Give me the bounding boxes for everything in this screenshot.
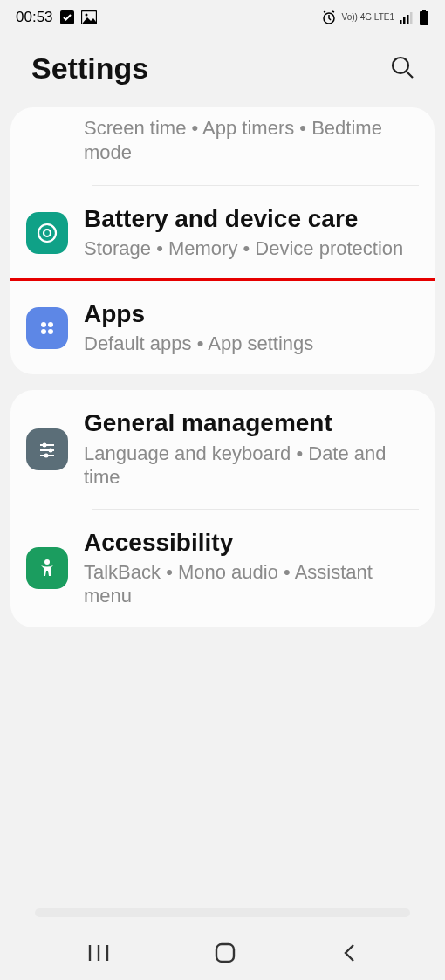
svg-point-10 <box>393 58 408 73</box>
navigation-bar <box>0 928 445 980</box>
row-subtitle: Screen time • App timers • Bedtime mode <box>84 116 419 164</box>
search-icon <box>389 70 415 83</box>
recents-button[interactable] <box>79 935 119 974</box>
device-care-icon <box>26 212 68 254</box>
network-type: Vo)) 4G LTE1 <box>342 13 394 22</box>
highlight-box: Apps Default apps • App settings <box>10 278 435 375</box>
settings-row-battery[interactable]: Battery and device care Storage • Memory… <box>10 186 435 280</box>
svg-rect-5 <box>403 17 406 24</box>
settings-row-apps[interactable]: Apps Default apps • App settings <box>10 281 435 375</box>
svg-rect-9 <box>420 11 428 25</box>
back-button[interactable] <box>332 933 366 976</box>
svg-rect-7 <box>410 12 413 24</box>
row-subtitle: Storage • Memory • Device protection <box>84 236 419 261</box>
svg-rect-4 <box>400 20 402 24</box>
svg-point-17 <box>48 329 53 334</box>
home-button[interactable] <box>205 933 245 976</box>
settings-row-accessibility[interactable]: Accessibility TalkBack • Mono audio • As… <box>10 510 435 627</box>
svg-point-2 <box>85 14 87 17</box>
page-title: Settings <box>31 51 148 86</box>
search-button[interactable] <box>386 51 419 86</box>
settings-header: Settings <box>0 35 445 107</box>
row-title: Battery and device care <box>84 205 419 233</box>
recents-icon <box>87 952 110 965</box>
accessibility-icon <box>26 547 68 589</box>
alarm-icon <box>321 10 337 25</box>
svg-point-21 <box>49 448 53 452</box>
scroll-indicator <box>35 908 410 917</box>
svg-rect-28 <box>216 944 234 962</box>
signal-icon <box>400 11 414 24</box>
svg-point-13 <box>44 230 51 236</box>
svg-rect-8 <box>422 10 426 11</box>
status-time: 00:53 <box>16 9 53 26</box>
settings-card: Screen time • App timers • Bedtime mode … <box>10 107 435 374</box>
row-subtitle: TalkBack • Mono audio • Assistant menu <box>84 560 419 608</box>
image-icon <box>81 10 97 24</box>
home-icon <box>214 954 236 967</box>
svg-rect-6 <box>407 15 409 24</box>
back-icon <box>340 954 358 967</box>
row-title: General management <box>84 409 419 437</box>
svg-line-11 <box>407 72 413 78</box>
settings-row-digital-wellbeing[interactable]: Screen time • App timers • Bedtime mode <box>10 107 435 185</box>
battery-icon <box>419 10 429 25</box>
row-subtitle: Default apps • App settings <box>84 332 419 356</box>
svg-point-23 <box>44 453 49 457</box>
svg-point-19 <box>43 442 47 447</box>
row-subtitle: Language and keyboard • Date and time <box>84 442 419 490</box>
settings-card: General management Language and keyboard… <box>10 390 435 627</box>
status-bar: 00:53 Vo)) 4G LTE1 <box>0 0 445 35</box>
svg-point-16 <box>41 329 46 334</box>
settings-row-general-management[interactable]: General management Language and keyboard… <box>10 390 435 508</box>
apps-icon <box>26 307 68 349</box>
row-title: Accessibility <box>84 529 419 557</box>
svg-point-24 <box>44 559 50 565</box>
svg-point-14 <box>41 322 46 327</box>
svg-point-15 <box>48 322 53 327</box>
checkbox-icon <box>60 10 74 24</box>
sliders-icon <box>26 428 68 470</box>
row-title: Apps <box>84 300 419 328</box>
